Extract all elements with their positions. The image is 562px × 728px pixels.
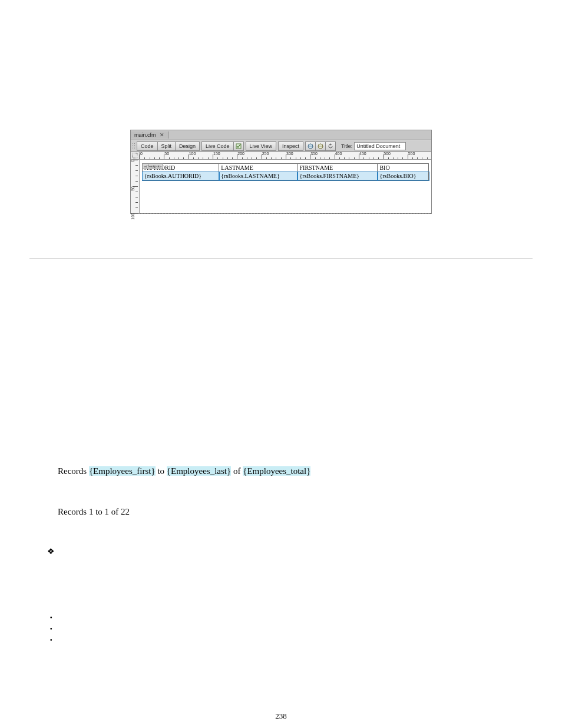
table-header-cell[interactable]: LASTNAME	[219, 164, 297, 172]
globe-forward-icon[interactable]	[315, 141, 326, 151]
table-header-cell[interactable]: FIRSTNAME	[297, 164, 378, 172]
table-cell[interactable]: {rsBooks.LASTNAME}	[219, 172, 297, 180]
design-canvas[interactable]: «cfoutput» AUTHORID LASTNAME FIRSTNAME B…	[140, 160, 431, 213]
design-button[interactable]: Design	[175, 141, 200, 151]
live-code-button[interactable]: Live Code	[201, 141, 234, 151]
code-button[interactable]: Code	[137, 141, 158, 151]
close-icon[interactable]: ✕	[160, 132, 164, 138]
placeholder-first: {Employees_first}	[89, 466, 156, 476]
file-tab-label: main.cfm	[134, 132, 156, 138]
title-input[interactable]: Untitled Document	[354, 142, 406, 150]
table-data-row: {rsBooks.AUTHORID} {rsBooks.LASTNAME} {r…	[143, 172, 429, 180]
svg-rect-3	[133, 153, 137, 158]
dreamweaver-window: main.cfm ✕ Code Split Design Live Code L…	[130, 130, 432, 214]
file-tab-strip: main.cfm ✕	[131, 130, 431, 140]
table-header-row: «cfoutput» AUTHORID LASTNAME FIRSTNAME B…	[143, 164, 429, 172]
refresh-icon[interactable]	[325, 141, 336, 151]
bullet-list: • • •	[50, 612, 533, 645]
check-page-icon[interactable]	[233, 141, 244, 151]
page-number: 238	[0, 711, 562, 721]
placeholder-total: {Employees_total}	[243, 466, 310, 476]
diamond-bullet-icon: ❖	[47, 546, 533, 556]
live-view-button[interactable]: Live View	[246, 141, 276, 151]
cfoutput-tag: «cfoutput»	[142, 163, 163, 169]
view-toolbar: Code Split Design Live Code Live View In…	[131, 140, 431, 152]
records-resolved-line: Records 1 to 1 of 22	[58, 506, 533, 518]
split-button[interactable]: Split	[157, 141, 176, 151]
horizontal-ruler: 050100150200250300350400450500550600	[140, 152, 431, 159]
data-table[interactable]: «cfoutput» AUTHORID LASTNAME FIRSTNAME B…	[142, 163, 429, 180]
table-header-cell[interactable]: «cfoutput» AUTHORID	[143, 164, 219, 172]
inspect-button[interactable]: Inspect	[278, 141, 303, 151]
table-cell[interactable]: {rsBooks.AUTHORID}	[143, 172, 219, 180]
title-label: Title:	[341, 143, 352, 149]
table-cell[interactable]: {rsBooks.FIRSTNAME}	[297, 172, 378, 180]
separator	[29, 258, 533, 259]
placeholder-last: {Employees_last}	[167, 466, 231, 476]
list-item: •	[50, 623, 533, 634]
file-tab-main[interactable]: main.cfm ✕	[131, 131, 168, 139]
records-template-line: Records {Employees_first} to {Employees_…	[58, 465, 533, 477]
table-cell[interactable]: {rsBooks.BIO}	[378, 172, 429, 180]
list-item: •	[50, 634, 533, 645]
list-item: •	[50, 612, 533, 623]
toolbar-grip[interactable]	[132, 143, 135, 150]
table-header-cell[interactable]: BIO	[378, 164, 429, 172]
vertical-ruler: 050100	[131, 160, 140, 213]
ruler-corner	[131, 152, 140, 159]
globe-back-icon[interactable]	[305, 141, 316, 151]
